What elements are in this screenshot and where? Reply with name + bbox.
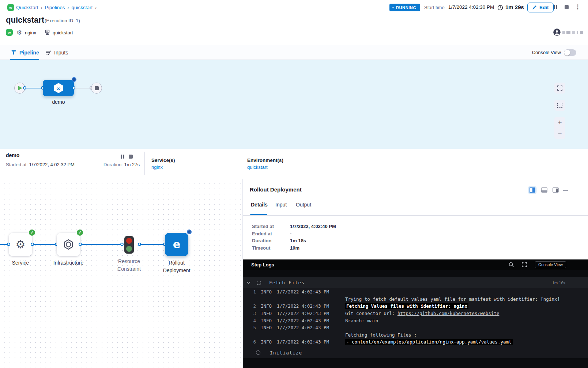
console-view-toggle[interactable] [564, 49, 576, 56]
active-tab-underline [250, 214, 267, 215]
cd-module-icon: ∞ [6, 29, 13, 36]
step-details-panel: Rollout Deployment Details Input Output … [243, 179, 588, 259]
canvas-marquee-select-button[interactable] [554, 100, 565, 111]
console-view-button[interactable]: Console View [535, 261, 566, 268]
stage-hexagon-logo-icon: ∞ [52, 81, 65, 95]
edge-stage-to-end [75, 88, 91, 88]
detail-label: Duration [252, 238, 271, 243]
tab-inputs[interactable]: Inputs [45, 45, 68, 60]
tab-output[interactable]: Output [296, 202, 311, 208]
pause-execution-icon[interactable] [554, 5, 557, 9]
log-line: Fetching following Files : [243, 331, 588, 339]
detail-value: 10m [290, 245, 299, 251]
services-label: Service(s) [151, 158, 175, 163]
environments-label: Environment(s) [247, 158, 283, 163]
section-duration: 1m 16s [552, 281, 565, 285]
breadcrumb-pipeline-name[interactable]: quickstart [72, 5, 93, 10]
step-label-rollout-line2: Deployment [153, 267, 200, 274]
section-spinner-icon [257, 281, 261, 285]
edge-service-to-infra [33, 244, 57, 245]
status-badge: RUNNING [389, 4, 420, 11]
detail-value: 1/7/2022, 4:02:40 PM [290, 224, 336, 229]
log-line: 6INFO1/7/2022 4:02:43 PM- content/en/exa… [243, 338, 588, 346]
layout-split-horizontal-icon[interactable] [541, 187, 547, 193]
divider [144, 152, 145, 175]
user-avatar[interactable] [553, 29, 561, 36]
stage-node-demo[interactable]: ∞ [43, 80, 74, 96]
edge-start-to-stage [25, 88, 43, 88]
stage-pause-icon[interactable] [121, 155, 124, 159]
step-node-infrastructure[interactable]: ✓ [57, 233, 80, 256]
pipeline-canvas[interactable]: ∞ demo + − [0, 60, 588, 149]
stage-stop-icon[interactable] [129, 155, 133, 159]
service-link[interactable]: nginx [151, 164, 163, 170]
elapsed-time: 1m 29s [505, 4, 524, 10]
expand-logs-icon[interactable] [522, 262, 527, 267]
detail-label: Ended at [252, 231, 272, 236]
step-panel-title: Rollout Deployment [250, 186, 302, 193]
step-label-rollout-line1: Rollout [153, 259, 200, 266]
step-node-resource-constraint[interactable] [124, 236, 134, 254]
edge-constraint-to-rollout [140, 244, 165, 245]
redacted-username-block [572, 31, 575, 34]
stage-duration: Duration: 1m 27s [103, 162, 140, 167]
tab-pipeline[interactable]: Pipeline [11, 45, 39, 60]
success-check-icon: ✓ [77, 229, 83, 236]
zoom-in-button[interactable]: + [554, 117, 565, 128]
git-connector-link[interactable]: https://github.com/kubernetes/website [397, 311, 499, 316]
pipeline-icon [11, 50, 16, 55]
status-dot-icon [392, 7, 394, 8]
breadcrumb-separator: › [38, 5, 45, 10]
service-gear-icon: ⚙ [16, 239, 26, 250]
view-tabbar: Pipeline Inputs Console View [0, 45, 588, 60]
top-header: ∞ Quickstart › Pipelines › quickstart › … [0, 0, 588, 45]
canvas-fullscreen-button[interactable] [554, 83, 565, 94]
stage-info-bar: demo Started at: 1/7/2022, 4:02:32 PM Du… [0, 149, 588, 179]
edge-connector-dot [7, 243, 10, 246]
start-time-label: Start time [424, 5, 445, 10]
breadcrumb-pipelines[interactable]: Pipelines [45, 5, 65, 10]
step-label-resource-line2: Constraint [105, 265, 153, 273]
console-view-label: Console View [532, 50, 561, 55]
environment-tag[interactable]: quickstart [53, 30, 73, 35]
step-logs-header: Step Logs Console View [243, 259, 588, 270]
more-options-icon[interactable]: ⋮ [575, 3, 581, 11]
execution-graph-canvas[interactable]: ⚙ ✓ ✓ e Service Infrastructure Resour [0, 179, 243, 368]
zoom-out-button[interactable]: − [554, 128, 565, 139]
console-bottom-strip [243, 358, 588, 368]
step-node-service[interactable]: ⚙ ✓ [9, 233, 32, 256]
stage-name: demo [6, 152, 19, 158]
detail-value: - [290, 231, 291, 236]
edit-button[interactable]: Edit [527, 3, 554, 12]
redacted-username-block [566, 31, 570, 34]
log-line: 3INFO1/7/2022 4:02:43 PMGit connector Ur… [243, 310, 588, 317]
step-node-rollout-deployment[interactable]: e [165, 233, 188, 256]
running-spinner-icon [187, 229, 192, 234]
pipeline-end-node[interactable] [91, 83, 102, 94]
search-icon[interactable] [509, 262, 514, 267]
breadcrumb-project[interactable]: Quickstart [16, 5, 38, 10]
end-square-icon [95, 86, 99, 90]
chevron-down-icon[interactable] [246, 281, 250, 284]
success-check-icon: ✓ [29, 229, 35, 236]
environment-link[interactable]: quickstart [247, 164, 268, 170]
stop-execution-icon[interactable] [565, 5, 569, 9]
minimize-panel-icon[interactable] [563, 190, 568, 191]
environment-icon [45, 30, 50, 35]
tab-details[interactable]: Details [251, 202, 268, 208]
service-tag[interactable]: nginx [25, 30, 36, 35]
running-spinner-icon [72, 77, 76, 82]
section-name: Fetch Files [269, 280, 305, 285]
log-body[interactable]: 1INFO1/7/2022 4:02:43 PM Trying to fetch… [243, 288, 588, 346]
edge-infra-to-constraint [81, 244, 122, 245]
edge-connector-dot [120, 243, 124, 246]
log-section-fetch-files[interactable]: Fetch Files 1m 16s [243, 277, 588, 288]
tab-input[interactable]: Input [275, 202, 287, 208]
service-gear-icon: ⚙ [16, 29, 22, 36]
log-line: 5INFO1/7/2022 4:02:43 PM [243, 324, 588, 331]
redacted-username-block [580, 31, 583, 34]
layout-right-panel-icon[interactable] [553, 187, 559, 193]
log-section-initialize[interactable]: Initialize [243, 347, 588, 358]
breadcrumb-separator: › [65, 5, 72, 10]
layout-split-vertical-icon[interactable] [529, 187, 535, 193]
